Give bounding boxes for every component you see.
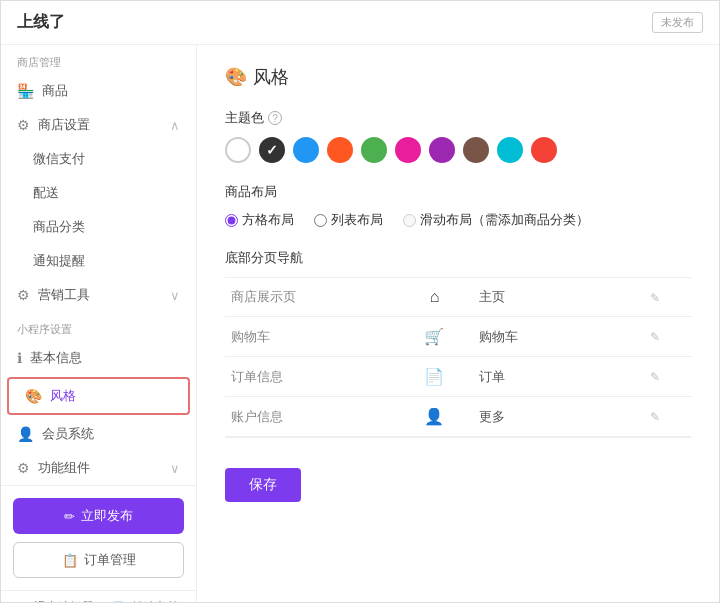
sidebar-item-delivery-label: 配送 — [33, 184, 59, 202]
main-layout: 商店管理 🏪 商品 ⚙ 商店设置 ∧ 微信支付 配送 — [1, 45, 719, 602]
gear-icon-shop: ⚙ — [17, 117, 30, 133]
sidebar-item-product-category[interactable]: 商品分类 — [33, 210, 196, 244]
radio-item-scroll[interactable]: 滑动布局（需添加商品分类） — [403, 211, 589, 229]
sidebar-content: 商店管理 🏪 商品 ⚙ 商店设置 ∧ 微信支付 配送 — [1, 45, 196, 485]
radio-item-grid[interactable]: 方格布局 — [225, 211, 294, 229]
color-circle-purple[interactable] — [429, 137, 455, 163]
layout-label-text: 商品布局 — [225, 183, 277, 201]
sidebar-item-products[interactable]: 🏪 商品 — [1, 74, 196, 108]
sidebar-item-products-label: 商品 — [42, 82, 68, 100]
gear-icon-components: ⚙ — [17, 460, 30, 476]
color-circle-blue[interactable] — [293, 137, 319, 163]
nav-row-label-shop-display: 商店展示页 — [225, 278, 396, 316]
sidebar-item-shop-settings-label: 商店设置 — [38, 116, 90, 134]
section-label-shop: 商店管理 — [1, 45, 196, 74]
app-container: 上线了 未发布 商店管理 🏪 商品 ⚙ 商店设置 ∧ 微信支付 — [0, 0, 720, 603]
nav-icon-cart: 🛒 — [396, 317, 473, 356]
nav-label-text: 底部分页导航 — [225, 249, 303, 267]
nav-name-shop-display: 主页 — [473, 278, 644, 316]
sidebar-item-components[interactable]: ⚙ 功能组件 ∨ — [1, 451, 196, 485]
color-circle-white[interactable] — [225, 137, 251, 163]
color-circle-black[interactable]: ✓ — [259, 137, 285, 163]
page-title-text: 风格 — [253, 65, 289, 89]
order-mgmt-icon: 📋 — [62, 553, 78, 568]
nav-table: 商店展示页 ⌂ 主页 ✎ 购物车 🛒 购物车 ✎ 订单信息 📄 订单 ✎ 账户信… — [225, 278, 691, 437]
nav-icon-account: 👤 — [396, 397, 473, 436]
exit-icon: ← — [18, 601, 30, 603]
nav-edit-cart[interactable]: ✎ — [644, 317, 691, 356]
sidebar-item-shop-settings[interactable]: ⚙ 商店设置 ∧ — [1, 108, 196, 142]
sidebar-item-style-wrapper: 🎨 风格 — [7, 377, 190, 415]
layout-label: 商品布局 — [225, 183, 691, 201]
shop-icon: 🏪 — [17, 83, 34, 99]
sidebar: 商店管理 🏪 商品 ⚙ 商店设置 ∧ 微信支付 配送 — [1, 45, 197, 602]
nav-icon-shop-display: ⌂ — [396, 278, 473, 316]
content-area: 🎨 风格 主题色 ? ✓ 商品布局 方格布局列表布局滑动布局（需添加商品分类） — [197, 45, 719, 602]
theme-info-icon: ? — [268, 111, 282, 125]
help-docs[interactable]: 📄 帮助文档 — [112, 599, 179, 602]
sidebar-item-marketing-label: 营销工具 — [38, 286, 90, 304]
info-icon-basic: ℹ — [17, 350, 22, 366]
chevron-up-icon: ∧ — [170, 118, 180, 133]
nav-row-label-account: 账户信息 — [225, 397, 396, 436]
sidebar-item-wechat-pay[interactable]: 微信支付 — [33, 142, 196, 176]
nav-name-account: 更多 — [473, 397, 644, 436]
color-row: ✓ — [225, 137, 691, 163]
sidebar-item-members-label: 会员系统 — [42, 425, 94, 443]
page-title: 🎨 风格 — [225, 65, 691, 89]
sidebar-footer: ✏ 立即发布 📋 订单管理 — [1, 485, 196, 590]
publish-label: 立即发布 — [81, 507, 133, 525]
nav-row-label-order-info: 订单信息 — [225, 357, 396, 396]
color-circle-pink[interactable] — [395, 137, 421, 163]
chevron-down-icon-marketing: ∨ — [170, 288, 180, 303]
sidebar-sub-shop-settings: 微信支付 配送 商品分类 通知提醒 — [1, 142, 196, 278]
color-circle-orange-red[interactable] — [327, 137, 353, 163]
section-label-miniapp: 小程序设置 — [1, 312, 196, 341]
publish-icon: ✏ — [64, 509, 75, 524]
exit-editor[interactable]: ← 退出编辑器 — [18, 599, 94, 602]
sidebar-item-basic-info-label: 基本信息 — [30, 349, 82, 367]
sidebar-bottom: ← 退出编辑器 📄 帮助文档 — [1, 590, 196, 602]
order-mgmt-button[interactable]: 📋 订单管理 — [13, 542, 184, 578]
theme-color-section: 主题色 ? ✓ — [225, 109, 691, 163]
nav-edit-shop-display[interactable]: ✎ — [644, 278, 691, 316]
nav-edit-order-info[interactable]: ✎ — [644, 357, 691, 396]
save-button[interactable]: 保存 — [225, 468, 301, 502]
sidebar-item-style-label: 风格 — [50, 387, 76, 405]
page-title-icon: 🎨 — [225, 66, 247, 88]
sidebar-item-delivery[interactable]: 配送 — [33, 176, 196, 210]
radio-item-list[interactable]: 列表布局 — [314, 211, 383, 229]
color-circle-cyan[interactable] — [497, 137, 523, 163]
theme-color-label: 主题色 ? — [225, 109, 691, 127]
nav-bottom-divider — [225, 437, 691, 438]
header-badge: 未发布 — [652, 12, 703, 33]
sidebar-item-style[interactable]: 🎨 风格 — [9, 379, 188, 413]
nav-name-cart: 购物车 — [473, 317, 644, 356]
color-circle-brown[interactable] — [463, 137, 489, 163]
color-circle-green[interactable] — [361, 137, 387, 163]
nav-edit-account[interactable]: ✎ — [644, 397, 691, 436]
gear-icon-marketing: ⚙ — [17, 287, 30, 303]
sidebar-item-basic-info[interactable]: ℹ 基本信息 — [1, 341, 196, 375]
header: 上线了 未发布 — [1, 1, 719, 45]
sidebar-item-notification[interactable]: 通知提醒 — [33, 244, 196, 278]
publish-button[interactable]: ✏ 立即发布 — [13, 498, 184, 534]
help-icon: 📄 — [112, 601, 127, 603]
chevron-down-icon-components: ∨ — [170, 461, 180, 476]
nav-section: 底部分页导航 商店展示页 ⌂ 主页 ✎ 购物车 🛒 购物车 ✎ 订单信息 📄 订… — [225, 249, 691, 438]
user-icon-members: 👤 — [17, 426, 34, 442]
nav-name-order-info: 订单 — [473, 357, 644, 396]
layout-radio-row: 方格布局列表布局滑动布局（需添加商品分类） — [225, 211, 691, 229]
nav-table-row-account: 账户信息 👤 更多 ✎ — [225, 397, 691, 436]
color-circle-red[interactable] — [531, 137, 557, 163]
sidebar-item-marketing[interactable]: ⚙ 营销工具 ∨ — [1, 278, 196, 312]
nav-table-row-order-info: 订单信息 📄 订单 ✎ — [225, 357, 691, 396]
sidebar-item-members[interactable]: 👤 会员系统 — [1, 417, 196, 451]
nav-table-row-cart: 购物车 🛒 购物车 ✎ — [225, 317, 691, 356]
help-label: 帮助文档 — [131, 599, 179, 602]
sidebar-item-product-category-label: 商品分类 — [33, 218, 85, 236]
nav-row-label-cart: 购物车 — [225, 317, 396, 356]
nav-icon-order-info: 📄 — [396, 357, 473, 396]
theme-color-label-text: 主题色 — [225, 109, 264, 127]
nav-label: 底部分页导航 — [225, 249, 691, 267]
